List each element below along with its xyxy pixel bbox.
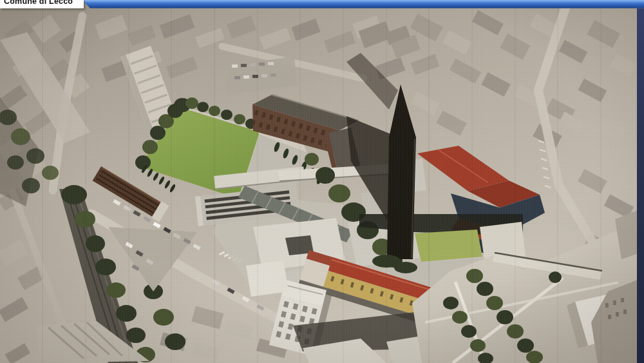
right-edge-strip — [637, 0, 644, 363]
municipality-label: Comune di Lecco — [0, 0, 84, 8]
header-bar — [82, 0, 644, 8]
small-white-roof — [246, 260, 289, 297]
slide-photo: Comune di Lecco — [0, 0, 644, 363]
municipality-label-text: Comune di Lecco — [4, 0, 73, 6]
aerial-photomontage — [0, 0, 644, 363]
